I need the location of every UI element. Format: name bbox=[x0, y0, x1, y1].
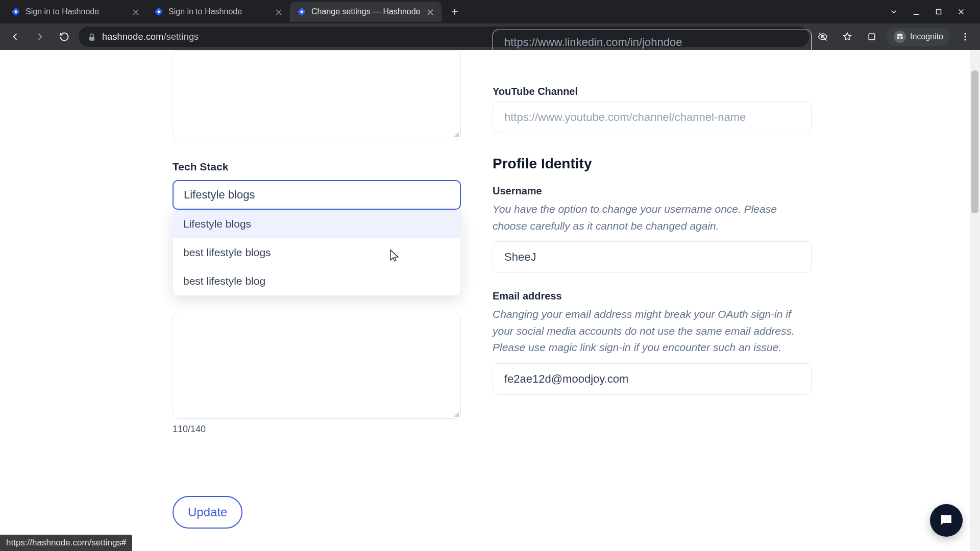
tab-title: Sign in to Hashnode bbox=[168, 7, 268, 16]
close-icon[interactable] bbox=[274, 7, 283, 16]
tech-stack-input[interactable] bbox=[173, 180, 461, 210]
browser-chrome: Sign in to Hashnode Sign in to Hashnode … bbox=[0, 0, 980, 50]
reload-button[interactable] bbox=[54, 27, 75, 47]
window-close-icon[interactable] bbox=[955, 6, 967, 17]
svg-rect-6 bbox=[937, 10, 941, 14]
incognito-label: Incognito bbox=[910, 32, 943, 41]
hashnode-favicon-icon bbox=[11, 7, 20, 16]
page-content: Tech Stack Lifestyle blogs best lifestyl… bbox=[0, 50, 980, 551]
toolbar-right-icons: Incognito bbox=[813, 27, 975, 46]
profile-identity-heading: Profile Identity bbox=[493, 156, 812, 172]
lock-icon bbox=[87, 32, 96, 41]
svg-point-3 bbox=[158, 11, 160, 13]
bio-textarea[interactable] bbox=[173, 312, 461, 419]
suggestion-option[interactable]: Lifestyle blogs bbox=[173, 210, 460, 238]
maximize-icon[interactable] bbox=[933, 6, 944, 17]
char-count: 110/140 bbox=[173, 424, 464, 435]
email-label: Email address bbox=[493, 290, 812, 302]
svg-point-5 bbox=[301, 11, 303, 13]
hashnode-favicon-icon bbox=[154, 7, 163, 16]
tab-2[interactable]: Change settings — Hashnode bbox=[290, 2, 442, 22]
about-textarea[interactable] bbox=[173, 50, 461, 139]
left-column: Tech Stack Lifestyle blogs best lifestyl… bbox=[168, 50, 464, 529]
suggestion-option[interactable]: best lifestyle blogs bbox=[173, 238, 460, 267]
tab-0[interactable]: Sign in to Hashnode bbox=[4, 2, 147, 22]
svg-point-11 bbox=[900, 36, 903, 39]
right-column: https://www.linkedin.com/in/johndoe YouT… bbox=[493, 50, 812, 529]
youtube-label: YouTube Channel bbox=[493, 86, 812, 97]
url-text: hashnode.com/settings bbox=[102, 32, 199, 42]
scrollbar[interactable] bbox=[970, 50, 980, 551]
back-button[interactable] bbox=[5, 27, 26, 47]
username-label: Username bbox=[493, 185, 812, 197]
linkedin-placeholder: https://www.linkedin.com/in/johndoe bbox=[504, 36, 682, 49]
close-icon[interactable] bbox=[425, 7, 434, 16]
tech-stack-label: Tech Stack bbox=[173, 161, 464, 173]
status-bar: https://hashnode.com/settings# bbox=[0, 535, 132, 551]
svg-rect-9 bbox=[869, 34, 875, 40]
tab-title: Change settings — Hashnode bbox=[311, 7, 420, 16]
update-button[interactable]: Update bbox=[173, 496, 242, 529]
eye-off-icon[interactable] bbox=[813, 27, 832, 46]
tab-strip: Sign in to Hashnode Sign in to Hashnode … bbox=[0, 0, 980, 23]
new-tab-button[interactable] bbox=[446, 3, 464, 21]
svg-point-10 bbox=[897, 36, 899, 39]
incognito-icon bbox=[894, 31, 906, 43]
email-helper: Changing your email address might break … bbox=[493, 306, 812, 356]
extensions-icon[interactable] bbox=[862, 27, 881, 46]
email-input[interactable] bbox=[493, 363, 812, 395]
suggestion-option[interactable]: best lifestyle blog bbox=[173, 267, 460, 295]
kebab-menu-icon[interactable] bbox=[955, 27, 975, 46]
svg-point-13 bbox=[964, 36, 966, 37]
youtube-input[interactable] bbox=[493, 102, 812, 133]
tech-stack-dropdown: Lifestyle blogs best lifestyle blogs bes… bbox=[173, 210, 461, 296]
hashnode-favicon-icon bbox=[297, 7, 306, 16]
incognito-chip[interactable]: Incognito bbox=[887, 28, 950, 46]
intercom-chat-button[interactable] bbox=[930, 504, 963, 537]
chevron-down-icon[interactable] bbox=[888, 6, 899, 17]
svg-point-1 bbox=[15, 11, 17, 13]
scrollbar-thumb[interactable] bbox=[971, 70, 978, 213]
linkedin-input[interactable]: https://www.linkedin.com/in/johndoe bbox=[493, 30, 812, 55]
minimize-icon[interactable] bbox=[911, 6, 922, 17]
star-icon[interactable] bbox=[838, 27, 857, 46]
svg-point-12 bbox=[964, 33, 966, 35]
username-input[interactable] bbox=[493, 241, 812, 273]
tab-title: Sign in to Hashnode bbox=[26, 7, 126, 16]
svg-point-14 bbox=[964, 39, 966, 40]
forward-button[interactable] bbox=[30, 27, 50, 47]
chat-icon bbox=[939, 513, 954, 528]
browser-toolbar: hashnode.com/settings Incognito bbox=[0, 23, 980, 50]
window-controls bbox=[888, 6, 976, 17]
close-icon[interactable] bbox=[131, 7, 140, 16]
tab-1[interactable]: Sign in to Hashnode bbox=[147, 2, 290, 22]
tech-stack-combobox: Lifestyle blogs best lifestyle blogs bes… bbox=[173, 180, 461, 210]
svg-rect-7 bbox=[89, 37, 94, 41]
username-helper: You have the option to change your usern… bbox=[493, 201, 812, 234]
